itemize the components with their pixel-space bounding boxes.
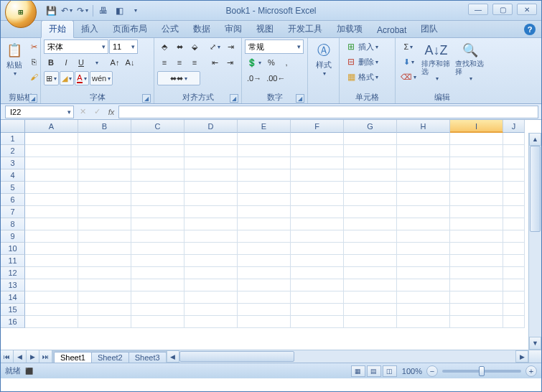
fill-color-button[interactable]: ◢▾ xyxy=(60,71,74,85)
row-header[interactable]: 2 xyxy=(1,145,25,157)
borders-button[interactable]: ⊞▾ xyxy=(44,71,59,85)
minimize-button[interactable]: — xyxy=(468,4,488,15)
tab-review[interactable]: 审阅 xyxy=(218,21,249,37)
font-color-button[interactable]: A▾ xyxy=(75,71,89,85)
tab-addons[interactable]: 加载项 xyxy=(330,21,370,37)
column-header[interactable]: C xyxy=(131,120,184,133)
copy-icon[interactable]: ⎘ xyxy=(27,55,41,69)
undo-icon[interactable]: ↶▾ xyxy=(60,4,74,18)
align-bottom-icon[interactable]: ⬙ xyxy=(187,39,202,54)
clipboard-dialog-launcher[interactable]: ◢ xyxy=(29,94,37,103)
sheet-tab-1[interactable]: Sheet1 xyxy=(54,352,92,363)
qat-custom-icon[interactable]: ◧ xyxy=(112,4,126,18)
zoom-in-icon[interactable]: + xyxy=(525,365,537,377)
insert-cells-button[interactable]: ⊞插入▾ xyxy=(342,39,381,54)
format-cells-button[interactable]: ▦格式▾ xyxy=(342,70,381,84)
find-select-button[interactable]: 🔍 查找和选择▾ xyxy=(454,39,486,83)
qat-dropdown-icon[interactable]: ▾ xyxy=(128,4,142,18)
fill-icon[interactable]: ⬇▾ xyxy=(398,55,419,69)
zoom-knob[interactable] xyxy=(479,366,485,376)
increase-font-icon[interactable]: A↑ xyxy=(108,55,122,70)
increase-indent-icon[interactable]: ⇥ xyxy=(223,55,237,70)
column-header[interactable]: E xyxy=(238,120,291,133)
tab-developer[interactable]: 开发工具 xyxy=(281,21,330,37)
normal-view-icon[interactable]: ▦ xyxy=(351,365,365,377)
name-box[interactable]: I22 xyxy=(5,106,74,118)
worksheet-grid[interactable]: ABCDEFGHIJ 12345678910111213141516 ▲ ▼ xyxy=(1,120,541,350)
align-left-icon[interactable]: ≡ xyxy=(157,55,172,70)
tab-data[interactable]: 数据 xyxy=(186,21,218,37)
help-icon[interactable]: ? xyxy=(524,24,536,35)
font-name-combo[interactable]: 宋体 xyxy=(44,39,108,54)
decrease-indent-icon[interactable]: ⇤ xyxy=(207,55,222,70)
accounting-format-icon[interactable]: 💲▾ xyxy=(245,55,263,70)
vscroll-thumb[interactable] xyxy=(530,146,541,232)
select-all-corner[interactable] xyxy=(1,120,25,133)
tab-view[interactable]: 视图 xyxy=(249,21,281,37)
row-header[interactable]: 14 xyxy=(1,291,25,304)
row-header[interactable]: 5 xyxy=(1,182,25,194)
row-header[interactable]: 3 xyxy=(1,157,25,169)
save-icon[interactable]: 💾 xyxy=(44,4,58,18)
number-dialog-launcher[interactable]: ◢ xyxy=(296,94,304,103)
row-header[interactable]: 4 xyxy=(1,169,25,182)
paste-button[interactable]: 📋 粘贴 ▾ xyxy=(4,39,25,78)
redo-icon[interactable]: ↷▾ xyxy=(75,4,90,18)
zoom-level[interactable]: 100% xyxy=(402,367,422,375)
column-header[interactable]: A xyxy=(25,120,78,133)
column-header[interactable]: D xyxy=(184,120,238,133)
tab-pagelayout[interactable]: 页面布局 xyxy=(106,21,154,37)
row-header[interactable]: 13 xyxy=(1,279,25,291)
tab-acrobat[interactable]: Acrobat xyxy=(370,23,413,37)
increase-decimal-icon[interactable]: .0→ xyxy=(245,71,263,85)
row-header[interactable]: 8 xyxy=(1,218,25,230)
sheet-tab-3[interactable]: Sheet3 xyxy=(129,352,167,363)
office-button[interactable]: ⊞ xyxy=(5,0,37,28)
font-dialog-launcher[interactable]: ◢ xyxy=(142,94,151,103)
underline-dropdown[interactable]: ▾ xyxy=(89,55,103,70)
cancel-formula-icon[interactable]: ✕ xyxy=(75,106,90,118)
styles-button[interactable]: Ⓐ 样式 ▾ xyxy=(311,39,336,78)
tab-team[interactable]: 团队 xyxy=(413,21,445,37)
merge-center-button[interactable]: ⬌⬌▾ xyxy=(157,71,200,85)
sheet-first-icon[interactable]: ⏮ xyxy=(1,350,14,363)
delete-cells-button[interactable]: ⊟删除▾ xyxy=(342,55,381,69)
macro-record-icon[interactable]: ⬛ xyxy=(25,368,33,375)
close-button[interactable]: ✕ xyxy=(517,4,537,15)
tab-insert[interactable]: 插入 xyxy=(74,21,106,37)
scroll-down-icon[interactable]: ▼ xyxy=(529,337,541,350)
phonetic-button[interactable]: wén▾ xyxy=(90,71,113,85)
decrease-font-icon[interactable]: A↓ xyxy=(123,55,137,70)
alignment-dialog-launcher[interactable]: ◢ xyxy=(230,94,238,103)
format-painter-icon[interactable]: 🖌 xyxy=(27,70,41,84)
column-header[interactable]: F xyxy=(291,120,344,133)
tab-home[interactable]: 开始 xyxy=(41,20,74,38)
number-format-combo[interactable]: 常规 xyxy=(245,39,304,54)
hscroll-thumb[interactable] xyxy=(179,351,294,362)
scroll-up-icon[interactable]: ▲ xyxy=(529,133,541,146)
zoom-out-icon[interactable]: − xyxy=(426,365,438,377)
cells-area[interactable] xyxy=(25,133,528,350)
row-header[interactable]: 1 xyxy=(1,133,25,145)
autosum-icon[interactable]: Σ▾ xyxy=(398,39,419,54)
column-header[interactable]: B xyxy=(78,120,131,133)
sheet-tab-2[interactable]: Sheet2 xyxy=(91,352,129,363)
row-header[interactable]: 15 xyxy=(1,304,25,316)
comma-format-icon[interactable]: , xyxy=(279,55,294,70)
align-middle-icon[interactable]: ⬌ xyxy=(172,39,187,54)
row-header[interactable]: 10 xyxy=(1,243,25,255)
align-center-icon[interactable]: ≡ xyxy=(172,55,187,70)
formula-input[interactable] xyxy=(118,106,538,118)
row-header[interactable]: 9 xyxy=(1,230,25,243)
print-icon[interactable]: 🖶 xyxy=(96,4,111,18)
sheet-prev-icon[interactable]: ◀ xyxy=(14,350,27,363)
fx-icon[interactable]: fx xyxy=(104,106,118,118)
cut-icon[interactable]: ✂ xyxy=(27,39,41,54)
align-right-icon[interactable]: ≡ xyxy=(187,55,202,70)
sheet-last-icon[interactable]: ⏭ xyxy=(39,350,52,363)
orientation-icon[interactable]: ⤢▾ xyxy=(207,39,223,54)
maximize-button[interactable]: ▢ xyxy=(492,4,513,15)
vertical-scrollbar[interactable]: ▲ ▼ xyxy=(528,133,541,350)
decrease-decimal-icon[interactable]: .00← xyxy=(264,71,287,85)
horizontal-scrollbar[interactable]: ◀ ▶ xyxy=(166,350,528,363)
